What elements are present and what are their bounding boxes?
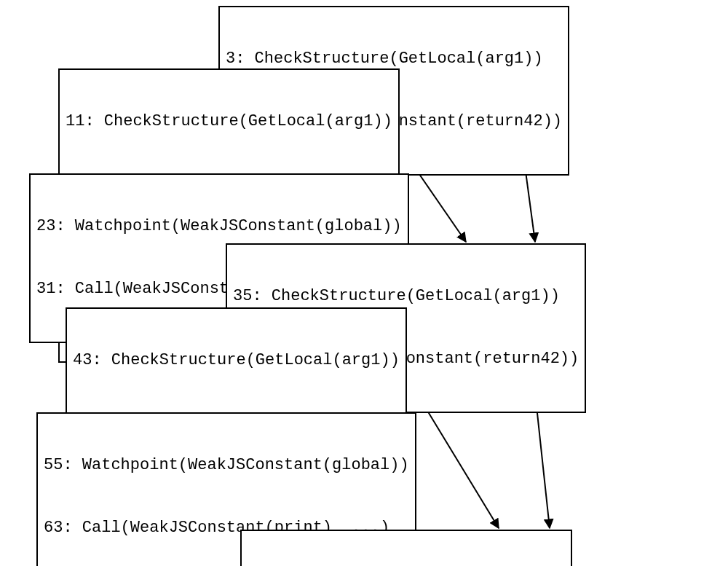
dfg-diagram: 3: CheckStructure(GetLocal(arg1)) 7: Bra…: [0, 0, 728, 566]
node-block-7: 68: Return(JSConstant(Undefined)): [240, 530, 572, 566]
svg-line-8: [419, 396, 499, 528]
ir-line: 35: CheckStructure(GetLocal(arg1)): [233, 286, 579, 307]
ir-line: 11: CheckStructure(GetLocal(arg1)): [66, 111, 392, 133]
ir-line: 3: CheckStructure(GetLocal(arg1)): [226, 49, 562, 70]
ir-line: 23: Watchpoint(WeakJSConstant(global)): [36, 216, 402, 237]
ir-line: 43: CheckStructure(GetLocal(arg1)): [73, 350, 400, 372]
ir-line: 55: Watchpoint(WeakJSConstant(global)): [44, 455, 409, 476]
